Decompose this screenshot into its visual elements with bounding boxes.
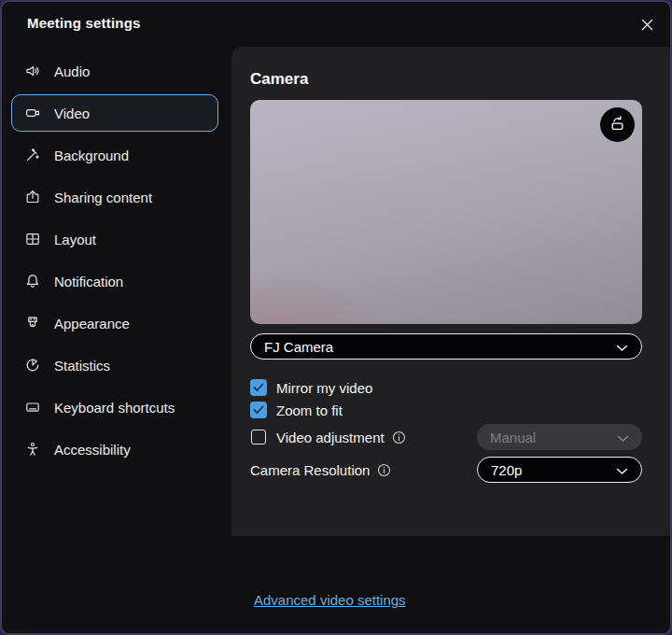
sidebar-item-notification[interactable]: Notification [11,262,218,300]
keyboard-icon [24,399,41,416]
paintbrush-icon [24,315,41,332]
sidebar: Audio Video Background Sharing content [2,48,231,633]
sidebar-item-appearance[interactable]: Appearance [11,304,218,342]
sidebar-item-label: Statistics [54,358,110,374]
sidebar-item-accessibility[interactable]: Accessibility [11,430,218,468]
video-adjustment-label: Video adjustment [276,430,385,445]
camera-resolution-select[interactable]: 720p [477,457,642,483]
pie-chart-icon [24,357,41,374]
info-icon[interactable] [377,463,391,477]
section-heading: Camera [250,70,642,91]
checkmark-icon [253,379,264,396]
advanced-video-settings-link[interactable]: Advanced video settings [254,592,406,608]
checkmark-icon [253,402,264,418]
sidebar-item-label: Appearance [54,316,130,332]
camera-resolution-label: Camera Resolution [250,462,370,478]
chevron-down-icon [616,462,628,478]
bell-icon [24,273,41,289]
camera-resolution-row: Camera Resolution 720p [250,457,642,483]
zoom-to-fit-row: Zoom to fit [250,402,642,418]
video-adjustment-checkbox[interactable] [251,430,266,444]
sidebar-item-label: Video [54,106,90,121]
chevron-down-icon [617,430,629,445]
close-icon [640,18,654,35]
camera-preview [250,100,642,324]
video-adjustment-row: Video adjustment Manual [250,424,642,450]
mirror-video-label: Mirror my video [276,380,372,396]
sidebar-item-audio[interactable]: Audio [11,52,218,90]
sidebar-item-label: Sharing content [54,190,152,205]
camera-resolution-left: Camera Resolution [250,462,391,478]
camera-resolution-value: 720p [491,462,522,478]
screen: Meeting settings Audio Video [0,0,672,635]
rotate-camera-icon [608,113,627,136]
sidebar-item-label: Layout [54,232,96,247]
chevron-down-icon [616,339,628,355]
sidebar-item-label: Accessibility [54,442,131,458]
rotate-camera-button[interactable] [600,107,635,142]
video-adjustment-left: Video adjustment [250,429,406,445]
titlebar: Meeting settings [2,2,670,47]
layout-grid-icon [24,231,41,247]
video-adjustment-select[interactable]: Manual [477,424,642,450]
zoom-to-fit-label: Zoom to fit [276,402,343,418]
mirror-video-row: Mirror my video [250,379,642,396]
sidebar-item-keyboard-shortcuts[interactable]: Keyboard shortcuts [11,388,218,426]
mirror-video-checkbox[interactable] [250,379,267,396]
camera-device-value: FJ Camera [264,339,333,355]
sidebar-item-statistics[interactable]: Statistics [11,346,218,384]
video-settings-panel: Camera FJ Camera [231,47,670,536]
video-camera-icon [24,105,41,121]
sidebar-item-label: Audio [54,64,90,79]
speaker-icon [24,63,41,79]
close-button[interactable] [635,14,659,38]
camera-device-select[interactable]: FJ Camera [250,333,642,360]
sidebar-item-layout[interactable]: Layout [11,220,218,258]
info-icon[interactable] [392,430,406,444]
sidebar-item-label: Background [54,148,129,163]
meeting-settings-dialog: Meeting settings Audio Video [0,0,672,635]
sidebar-item-background[interactable]: Background [11,136,218,174]
dialog-title: Meeting settings [27,15,141,31]
video-adjustment-value: Manual [490,430,536,445]
sidebar-item-label: Notification [54,274,123,289]
zoom-to-fit-checkbox[interactable] [250,402,267,418]
sidebar-item-sharing-content[interactable]: Sharing content [11,178,218,216]
accessibility-icon [24,441,41,458]
sidebar-item-video[interactable]: Video [11,94,218,132]
magic-wand-icon [24,147,41,163]
share-content-icon [24,189,41,205]
sidebar-item-label: Keyboard shortcuts [54,400,175,416]
